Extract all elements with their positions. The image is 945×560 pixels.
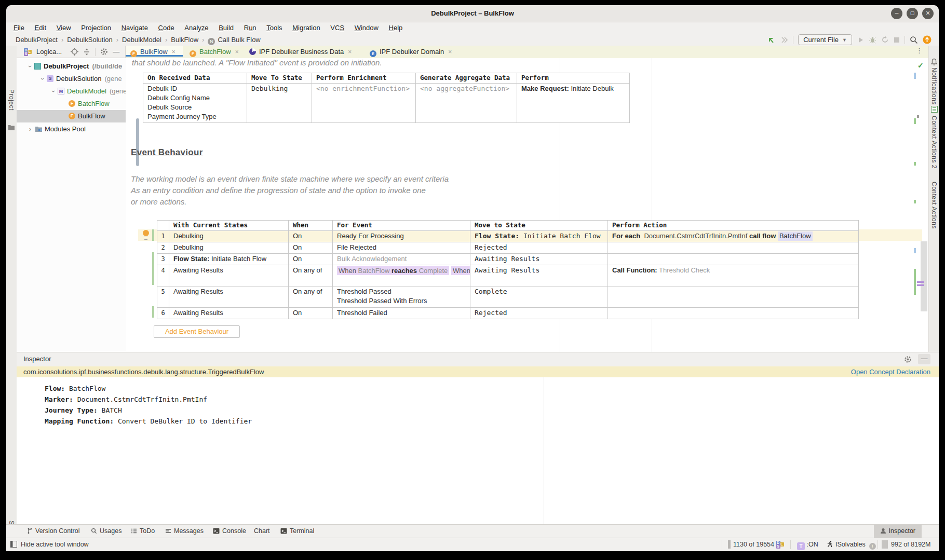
gear-icon[interactable] [100, 48, 108, 56]
tool-stripe-project[interactable]: Project [8, 89, 15, 111]
stripe-mark[interactable] [914, 162, 916, 166]
toolwindow-console[interactable]: Console [213, 525, 246, 538]
stripe-mark[interactable] [914, 269, 916, 295]
tab-bulkflow[interactable]: FBulkFlow× [126, 46, 183, 57]
close-tab-icon[interactable]: × [235, 48, 239, 56]
gear-icon[interactable] [904, 356, 912, 363]
tab-options-icon[interactable]: ⋮ [916, 47, 923, 54]
stripe-mark[interactable] [917, 115, 919, 118]
close-button[interactable]: × [922, 8, 934, 19]
tree-item-modules-pool[interactable]: › Modules Pool [17, 123, 126, 135]
menu-vcs[interactable]: VCS [326, 22, 348, 34]
rerun-icon[interactable] [881, 36, 889, 44]
breadcrumb-item[interactable]: BulkFlow [171, 36, 198, 44]
stripe-mark[interactable] [917, 281, 924, 283]
tree-item-debulkmodel[interactable]: › M DebulkModel(gene [17, 85, 126, 98]
inspections-ok-icon[interactable]: ✓ [917, 61, 924, 70]
stripe-mark[interactable] [917, 284, 924, 286]
stripe-mark[interactable] [914, 248, 916, 253]
minimize-button[interactable]: – [891, 8, 902, 19]
menu-tools[interactable]: Tools [262, 22, 286, 34]
forward-arrow-icon[interactable] [780, 36, 788, 44]
tool-stripe-notifications[interactable]: Notifications [930, 67, 938, 105]
tree-item-batchflow[interactable]: F BatchFlow [17, 98, 126, 110]
menu-file[interactable]: File [9, 22, 29, 34]
menu-code[interactable]: Code [154, 22, 179, 34]
tree-item-bulkflow[interactable]: F BulkFlow [17, 110, 126, 122]
run-configuration-select[interactable]: Current File▼ [798, 34, 852, 45]
flow-reference-chip[interactable]: BatchFlow [778, 231, 813, 241]
menu-migration[interactable]: Migration [288, 22, 324, 34]
toolwindow-chart[interactable]: Chart [254, 525, 270, 538]
tab-ipf-debulker-business-data[interactable]: IPF Debulker Business Data× [245, 46, 362, 58]
caret-position-widget[interactable]: 1130 of 19554 DLS [728, 538, 784, 551]
breadcrumb-item[interactable]: DebulkProject [16, 36, 58, 44]
left-scroll-indicator[interactable] [136, 118, 139, 166]
open-concept-declaration-link[interactable]: Open Concept Declaration [851, 366, 930, 377]
toolwindow-terminal[interactable]: Terminal [280, 525, 314, 538]
update-available-icon[interactable] [923, 35, 932, 44]
tree-item-debulkproject[interactable]: › DebulkProject(/build/de [17, 60, 126, 73]
tree-item-debulksolution[interactable]: › S DebulkSolution(gene [17, 73, 126, 85]
toolwindow-usages[interactable]: Usages [91, 525, 122, 538]
stripe-mark[interactable] [914, 200, 916, 203]
stripe-mark[interactable] [914, 118, 916, 124]
menu-view[interactable]: View [52, 22, 75, 34]
toggle-toolwindow-icon[interactable] [10, 538, 17, 551]
close-tab-icon[interactable]: × [172, 48, 176, 56]
toolwindow-inspector-tab[interactable]: Inspector [874, 525, 922, 538]
maximize-button[interactable]: ▢ [907, 8, 918, 19]
stop-icon[interactable] [894, 37, 900, 43]
column-header: Generate Aggregate Data [416, 73, 517, 84]
tool-stripe-context-actions[interactable]: Context Actions [930, 182, 938, 229]
collapse-all-icon[interactable] [83, 48, 90, 56]
tab-batchflow[interactable]: FBatchFlow× [185, 46, 243, 58]
hide-panel-icon[interactable]: — [113, 48, 119, 56]
menu-projection[interactable]: Projection [77, 22, 115, 34]
breadcrumb-leaf[interactable]: Call Bulk Flow [218, 36, 260, 44]
run-icon[interactable] [857, 36, 864, 44]
model-node-icon: M [58, 88, 64, 94]
info-circle-icon[interactable]: i [869, 543, 876, 550]
toolwindow-todo[interactable]: ToDo [131, 525, 155, 538]
tab-ipf-debulker-domain[interactable]: EIPF Debulker Domain× [365, 46, 458, 58]
editor-scrollbar-thumb[interactable] [921, 241, 927, 311]
debug-icon[interactable] [869, 36, 876, 44]
received-data-table: On Received Data Move To State Perform E… [143, 73, 630, 123]
menu-run[interactable]: Run [240, 22, 261, 34]
context-actions2-icon[interactable] [931, 106, 938, 113]
menu-analyze[interactable]: Analyze [180, 22, 212, 34]
inspector-header: Inspector — [17, 352, 939, 366]
hide-inspector-icon[interactable]: — [918, 354, 930, 364]
back-arrow-icon[interactable] [767, 36, 775, 44]
search-everywhere-icon[interactable] [910, 36, 918, 44]
event-criteria-chip[interactable]: When BatchFlow reaches Complete [337, 266, 449, 275]
chevron-right-icon[interactable]: › [29, 123, 31, 135]
menu-window[interactable]: Window [350, 22, 383, 34]
add-event-behaviour-button[interactable]: Add Event Behaviour [154, 325, 240, 338]
project-folder-icon[interactable] [8, 125, 15, 130]
t-mode-widget[interactable]: T :ON [797, 538, 818, 551]
menu-edit[interactable]: Edit [31, 22, 50, 34]
locate-icon[interactable] [71, 48, 78, 56]
memory-indicator[interactable]: 992 of 8192M [882, 538, 930, 551]
stripe-mark[interactable] [914, 73, 916, 79]
tool-stripe-context-actions-2[interactable]: Context Actions 2 [930, 116, 938, 169]
intention-bulb-icon[interactable] [143, 230, 149, 236]
menu-navigate[interactable]: Navigate [117, 22, 152, 34]
close-tab-icon[interactable]: × [348, 48, 352, 56]
notifications-bell-icon[interactable] [930, 58, 938, 65]
event-criteria-chip[interactable]: When BatchFlow reaches Failed [451, 266, 470, 275]
menu-build[interactable]: Build [214, 22, 238, 34]
title-bar[interactable]: DebulkProject – BulkFlow – ▢ × [6, 5, 939, 22]
breadcrumb-item[interactable]: DebulkModel [122, 36, 161, 44]
editor-pane[interactable]: that should be launched. A "Flow Initiat… [126, 58, 928, 352]
terminal-icon [280, 528, 287, 534]
isolvables-widget[interactable]: ISolvables i [827, 538, 876, 551]
project-view-tab[interactable]: Logica... [36, 48, 62, 56]
toolwindow-version-control[interactable]: Version Control [27, 525, 79, 538]
menu-help[interactable]: Help [385, 22, 407, 34]
breadcrumb-item[interactable]: DebulkSolution [67, 36, 112, 44]
toolwindow-messages[interactable]: Messages [165, 525, 204, 538]
close-tab-icon[interactable]: × [448, 48, 452, 56]
